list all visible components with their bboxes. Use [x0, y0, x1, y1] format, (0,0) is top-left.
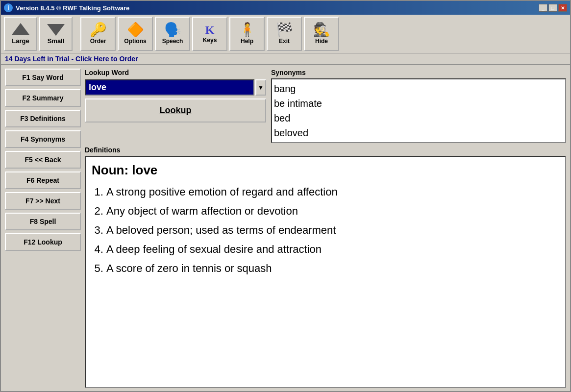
lookup-input[interactable] [85, 79, 254, 96]
synonyms-label: Synonyms [271, 69, 566, 76]
keys-icon: K [205, 24, 215, 36]
definitions-label: Definitions [85, 146, 566, 154]
size-buttons: Large Small [4, 17, 73, 51]
options-icon: 🔶 [127, 23, 144, 37]
sidebar: F1 Say WordF2 SummaryF3 DefinitionsF4 Sy… [5, 69, 81, 388]
definition-item: Any object of warm affection or devotion [106, 203, 559, 219]
definitions-section: Definitions Noun: love A strong positive… [85, 146, 566, 388]
sidebar-button[interactable]: F7 >> Next [5, 192, 81, 210]
definition-item: A score of zero in tennis or squash [106, 260, 559, 276]
main: F1 Say WordF2 SummaryF3 DefinitionsF4 Sy… [1, 65, 570, 392]
definition-item: A beloved person; used as terms of endea… [106, 222, 559, 238]
definition-item: A strong positive emotion of regard and … [106, 184, 559, 200]
help-button[interactable]: 🧍 Help [229, 17, 265, 51]
title-bar-left: i Version 8.4.5 © RWF Talking Software [4, 3, 129, 12]
synonyms-list[interactable]: bangbe intimatebedbeloved [271, 78, 566, 143]
order-icon: 🔑 [90, 23, 107, 37]
sidebar-button[interactable]: F12 Lookup [5, 233, 81, 251]
options-button[interactable]: 🔶 Options [118, 17, 153, 51]
maximize-button[interactable]: □ [548, 4, 557, 12]
title-bar-controls: _ □ ✕ [539, 4, 567, 12]
keys-button[interactable]: K Keys [192, 17, 227, 51]
synonym-item: be intimate [274, 96, 563, 111]
arrow-down-icon [47, 24, 65, 36]
title-bar: i Version 8.4.5 © RWF Talking Software _… [1, 1, 570, 15]
synonym-item: beloved [274, 125, 563, 140]
synonym-item: bang [274, 81, 563, 96]
synonym-item: bed [274, 111, 563, 125]
lookup-label: Lookup Word [85, 69, 266, 76]
lookup-button[interactable]: Lookup [85, 98, 266, 122]
speech-icon: 🗣️ [164, 23, 181, 37]
sidebar-button[interactable]: F1 Say Word [5, 69, 81, 86]
large-button[interactable]: Large [4, 17, 37, 51]
definitions-heading: Noun: love [92, 161, 559, 180]
sidebar-button[interactable]: F3 Definitions [5, 110, 81, 127]
hide-icon: 🕵️ [313, 23, 330, 37]
sidebar-button[interactable]: F6 Repeat [5, 172, 81, 189]
definition-item: A deep feeling of sexual desire and attr… [106, 241, 559, 257]
content: Lookup Word ▼ Lookup Synonyms bangbe int… [85, 69, 566, 388]
exit-button[interactable]: 🏁 Exit [267, 17, 302, 51]
arrow-up-icon [12, 23, 29, 35]
trial-bar[interactable]: 14 Days Left in Trial - Click Here to Or… [1, 53, 570, 65]
speech-button[interactable]: 🗣️ Speech [155, 17, 190, 51]
sidebar-button[interactable]: F8 Spell [5, 213, 81, 230]
small-button[interactable]: Small [39, 17, 73, 51]
sidebar-button[interactable]: F2 Summary [5, 89, 81, 107]
synonyms-area: Synonyms bangbe intimatebedbeloved [271, 69, 566, 143]
hide-button[interactable]: 🕵️ Hide [304, 17, 339, 51]
sidebar-button[interactable]: F4 Synonyms [5, 130, 81, 148]
help-icon: 🧍 [239, 23, 256, 37]
close-button[interactable]: ✕ [558, 4, 567, 12]
top-section: Lookup Word ▼ Lookup Synonyms bangbe int… [85, 69, 566, 143]
order-button[interactable]: 🔑 Order [80, 17, 116, 51]
definitions-box[interactable]: Noun: love A strong positive emotion of … [85, 156, 566, 388]
title-text: Version 8.4.5 © RWF Talking Software [16, 4, 129, 12]
sidebar-button[interactable]: F5 << Back [5, 151, 81, 169]
lookup-area: Lookup Word ▼ Lookup [85, 69, 266, 143]
lookup-dropdown-button[interactable]: ▼ [255, 79, 266, 96]
toolbar: Large Small 🔑 Order 🔶 Options 🗣️ Speech … [1, 15, 570, 53]
exit-icon: 🏁 [276, 23, 293, 37]
lookup-input-row: ▼ [85, 79, 266, 96]
minimize-button[interactable]: _ [539, 4, 547, 12]
definitions-list: A strong positive emotion of regard and … [92, 184, 559, 276]
info-icon: i [4, 3, 13, 12]
